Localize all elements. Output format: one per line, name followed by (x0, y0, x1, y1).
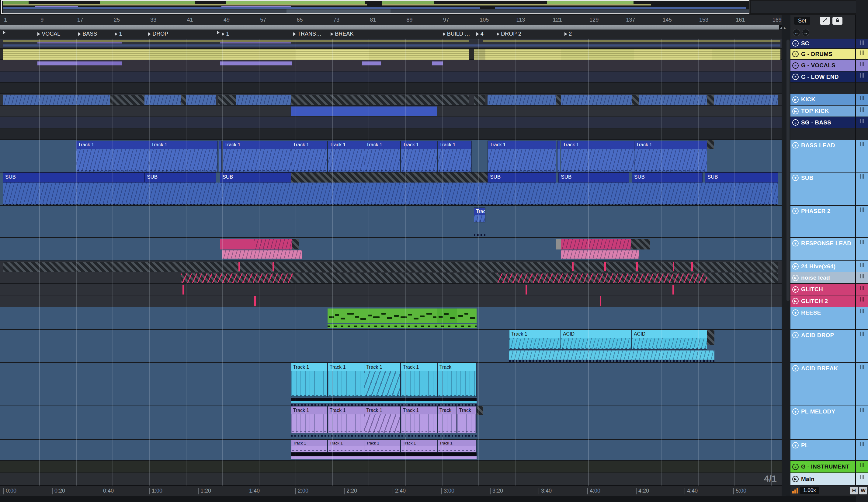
disabled-clip-region[interactable] (291, 173, 488, 183)
clip-trigger-tick[interactable] (254, 296, 256, 306)
track-fold-icon[interactable]: ▼ (792, 408, 799, 415)
audio-clip[interactable] (561, 250, 639, 259)
arrangement-clip[interactable]: Track 1 (401, 406, 437, 433)
vertical-scrollbar[interactable] (786, 40, 789, 301)
audio-clip[interactable] (362, 61, 381, 66)
audio-clip[interactable] (220, 239, 254, 249)
audio-clip[interactable] (509, 350, 714, 360)
arrangement-clip[interactable]: Track 1 (364, 440, 401, 452)
midi-clip[interactable] (457, 308, 477, 323)
group-fold-icon[interactable]: ≡ (792, 62, 799, 69)
track-fold-icon[interactable]: ▼ (792, 365, 799, 371)
arrangement-clip[interactable]: Track (437, 406, 457, 433)
audio-clip[interactable] (485, 49, 561, 59)
clip-header[interactable]: SUB (220, 173, 291, 183)
freeze-cell-aciddrop[interactable] (856, 330, 868, 363)
track-header-main[interactable]: ▶Main (790, 473, 855, 485)
arrangement-clip[interactable]: Track 1 (437, 141, 472, 172)
fit-height-button[interactable]: H (850, 487, 858, 494)
arrangement-clip[interactable]: Track 1 (291, 141, 328, 172)
track-header-gdrums[interactable]: ≡G - DRUMS (790, 49, 855, 60)
audio-clip[interactable] (483, 40, 781, 42)
clip-header[interactable]: SUB (3, 173, 144, 183)
audio-clip[interactable] (291, 106, 437, 116)
disabled-clip-region[interactable] (181, 95, 186, 105)
clip-trigger-tick[interactable] (673, 262, 674, 272)
track-header-pl[interactable]: ▼PL (790, 440, 855, 461)
audio-clip[interactable] (236, 95, 291, 105)
freeze-cell-sub[interactable] (856, 173, 868, 206)
arrangement-clip[interactable]: Track 1 (149, 141, 218, 172)
track-header-kick[interactable]: ▶KICK (790, 94, 855, 105)
disabled-clip-region[interactable] (291, 95, 469, 105)
audio-clip[interactable] (712, 49, 781, 59)
track-play-icon[interactable]: ▶ (792, 476, 799, 482)
audio-clip[interactable] (149, 49, 222, 59)
freeze-cell-noise[interactable] (856, 272, 868, 284)
track-header-sub[interactable]: ▼SUB (790, 173, 855, 206)
track-fold-icon[interactable]: ▼ (792, 332, 799, 338)
audio-clip[interactable] (3, 40, 469, 42)
freeze-cell-response[interactable] (856, 238, 868, 261)
audio-clip[interactable] (222, 250, 302, 259)
audio-clip[interactable] (38, 61, 77, 66)
audio-clip[interactable] (714, 95, 778, 105)
audio-clip[interactable] (639, 95, 707, 105)
arrangement-clip[interactable]: Track 1 (328, 440, 364, 452)
freeze-cell-gdrums[interactable] (856, 49, 868, 60)
track-header-noise[interactable]: ▶noise lead (790, 272, 855, 284)
arrangement-clip[interactable]: T (219, 141, 222, 172)
arrangement-clip[interactable]: Track 1 (328, 141, 364, 172)
freeze-cell-topkick[interactable] (856, 105, 868, 117)
freeze-cell-basslead[interactable] (856, 140, 868, 173)
arrangement-clip[interactable]: Track 1 (401, 363, 437, 397)
track-header-glitch[interactable]: ▶GLITCH (790, 284, 855, 295)
track-fold-icon[interactable]: ▼ (792, 208, 799, 214)
audio-clip[interactable] (634, 49, 712, 59)
arrangement-clip[interactable]: Track 1 (328, 363, 364, 397)
audio-clip[interactable] (3, 183, 778, 204)
track-play-icon[interactable]: ▶ (792, 286, 799, 293)
arrangement-overview[interactable] (0, 0, 868, 15)
disabled-clip-region[interactable] (3, 262, 778, 272)
scroll-right-arrow-icon[interactable]: ▸ (784, 25, 786, 30)
freeze-cell-glitch[interactable] (856, 284, 868, 295)
track-fold-icon[interactable]: ▼ (792, 240, 799, 246)
clip-trigger-tick[interactable] (238, 262, 240, 272)
audio-clip[interactable] (186, 95, 217, 105)
arrangement-clip[interactable]: Track (457, 406, 477, 433)
track-play-icon[interactable]: ▶ (792, 96, 799, 103)
scroll-left-arrow-icon[interactable]: ◂ (780, 25, 782, 30)
track-header-sc[interactable]: ≡SC (790, 39, 855, 49)
clip-header[interactable]: SUB (558, 173, 629, 183)
clip-trigger-tick[interactable] (183, 285, 184, 295)
clip-header[interactable]: SUB (144, 173, 216, 183)
arrangement-clip[interactable]: Track 1 (291, 406, 328, 433)
freeze-cell-sc[interactable] (856, 39, 868, 49)
track-header-hive[interactable]: ▶24 Hive(x64) (790, 261, 855, 272)
track-header-topkick[interactable]: ▶TOP KICK (790, 105, 855, 117)
track-fold-icon[interactable]: ▼ (792, 175, 799, 181)
disabled-clip-region[interactable] (632, 95, 639, 105)
midi-clip[interactable] (328, 308, 437, 323)
track-header-response[interactable]: ▼RESPONSE LEAD (790, 238, 855, 261)
arrangement-clip[interactable]: Track 1 (401, 141, 437, 172)
audio-clip[interactable] (254, 239, 292, 249)
track-header-ginst[interactable]: ≡G - INSTRUMENT (790, 461, 855, 473)
disabled-clip-region[interactable] (631, 239, 650, 249)
freeze-cell-kick[interactable] (856, 94, 868, 105)
arrangement-clip[interactable]: Track 1 (364, 363, 401, 397)
disabled-clip-region[interactable] (477, 406, 483, 415)
clip-trigger-tick[interactable] (672, 285, 674, 295)
track-play-icon[interactable]: ▶ (792, 108, 799, 114)
disabled-clip-region[interactable] (218, 95, 236, 105)
freeze-cell-plmelody[interactable] (856, 406, 868, 440)
clip-header[interactable]: SUB (632, 173, 703, 183)
track-play-icon[interactable]: ▶ (792, 275, 799, 281)
audio-clip[interactable] (328, 324, 477, 328)
freeze-cell-acidbreak[interactable] (856, 363, 868, 406)
audio-clip[interactable] (561, 239, 631, 249)
audio-clip[interactable] (3, 95, 110, 105)
arrangement-clip[interactable]: Track 1 (291, 440, 328, 452)
audio-clip[interactable] (220, 61, 292, 66)
